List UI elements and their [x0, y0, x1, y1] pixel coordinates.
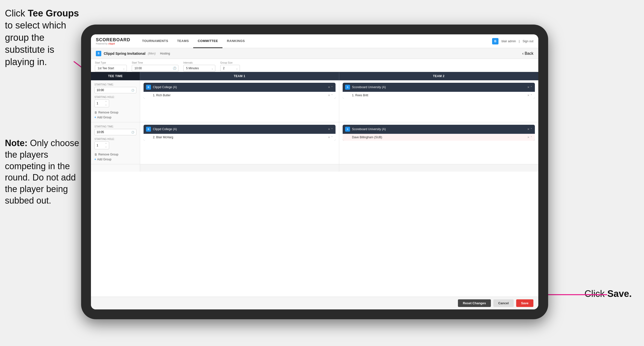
team1-name-2: Clippd College (A) [153, 127, 326, 131]
col-tee-time: Tee Time [91, 72, 140, 80]
table-container: Tee Time Team 1 Team 2 STARTING TIME: 10… [91, 72, 538, 297]
start-time-label: Start Time [132, 61, 178, 64]
partial-cell-3 [339, 164, 538, 172]
note-body: Only choose the players competing in the… [5, 138, 79, 206]
team1-controls-2: ✕ ⌃ [328, 128, 333, 131]
note-label: Note: [5, 138, 28, 148]
tablet-device: SCOREBOARD Powered by clippd TOURNAMENTS… [81, 24, 548, 319]
logo-scoreboard: SCOREBOARD [96, 37, 130, 42]
team2-player-row-1: 1. Rees Britt ✕ ⌃ [343, 92, 535, 99]
team2-avatar-1: S [345, 85, 350, 90]
save-bold: Save. [608, 289, 632, 299]
remove-group-btn-1[interactable]: 🗑 Remove Group [94, 111, 136, 114]
team2-group-2[interactable]: S Scoreboard University (A) ✕ ⌃ Dave Bil… [343, 125, 535, 141]
group-actions-1: 🗑 Remove Group + Add Group [94, 111, 136, 119]
click-save-label: Click Save. [584, 289, 632, 299]
settings-bar: Start Type 1st Tee Start Start Time 🕐 In… [91, 59, 538, 72]
note-text: Note: Only choose the players competing … [5, 137, 81, 207]
add-group-btn-1[interactable]: + Add Group [94, 116, 136, 119]
nav-committee[interactable]: COMMITTEE [193, 34, 222, 48]
col-team2: Team 2 [339, 72, 538, 80]
team2-player-name-2: Dave Billingham (SUB) [345, 136, 527, 139]
start-time-input[interactable] [132, 65, 178, 72]
nav-separator: | [519, 39, 520, 43]
start-type-select[interactable]: 1st Tee Start [95, 65, 127, 72]
team2-player-controls-2: ✕ ⌃ [527, 136, 532, 139]
tee-groups-bold: Tee Groups [28, 8, 79, 18]
team1-cell-1: B Clippd College (A) ✕ ⌃ 1. Rich Butler … [140, 80, 339, 122]
table-row-2: STARTING TIME: 10:05 🕐 STARTING HOLE: 1 … [91, 122, 538, 164]
team2-cell-2: S Scoreboard University (A) ✕ ⌃ Dave Bil… [339, 122, 538, 164]
table-row-3-partial [91, 164, 538, 172]
team1-cell-2: B Clippd College (A) ✕ ⌃ 2. Blair McHarg… [140, 122, 339, 164]
tee-time-cell-1: STARTING TIME: 10:00 🕐 STARTING HOLE: 1 … [91, 80, 140, 122]
subheader-left: B Clippd Spring Invitational (Men) Hosti… [96, 51, 170, 56]
team1-player-row-2: 2. Blair McHarg ✕ ⌃ [144, 134, 336, 141]
trash-icon-2: 🗑 [94, 153, 97, 156]
team2-player-row-2-sub: Dave Billingham (SUB) ✕ ⌃ [343, 134, 535, 141]
table-row: STARTING TIME: 10:00 🕐 STARTING HOLE: 1 … [91, 80, 538, 122]
clippd-brand: clippd [108, 42, 115, 45]
nav-teams[interactable]: TEAMS [172, 34, 193, 48]
starting-hole-value-2: 1 [96, 144, 105, 147]
team1-player-name-2: 2. Blair McHarg [146, 136, 328, 139]
team1-avatar-1: B [146, 85, 151, 90]
team2-group-header-2: S Scoreboard University (A) ✕ ⌃ [343, 125, 535, 134]
starting-time-input-2[interactable]: 10:05 🕐 [94, 129, 136, 135]
sign-out-link[interactable]: Sign out [522, 39, 534, 43]
user-avatar: B [492, 38, 498, 44]
remove-group-label-2: Remove Group [98, 153, 118, 156]
top-navigation: SCOREBOARD Powered by clippd TOURNAMENTS… [91, 34, 538, 48]
hosting-badge: Hosting [160, 52, 170, 55]
reset-changes-button[interactable]: Reset Changes [458, 299, 491, 307]
stepper-icon-2: ⌃⌄ [105, 143, 107, 148]
team1-group-2[interactable]: B Clippd College (A) ✕ ⌃ 2. Blair McHarg… [144, 125, 336, 141]
cancel-button[interactable]: Cancel [493, 299, 514, 307]
tournament-gender: (Men) [148, 52, 156, 55]
starting-time-value-1: 10:00 [96, 88, 131, 92]
team2-name-2: Scoreboard University (A) [352, 127, 525, 131]
team1-group-1[interactable]: B Clippd College (A) ✕ ⌃ 1. Rich Butler … [144, 83, 336, 99]
group-size-field: Group Size 2 [220, 61, 240, 72]
back-text: ‹ Back [522, 51, 534, 55]
add-group-btn-2[interactable]: + Add Group [94, 158, 136, 161]
team2-group-1[interactable]: S Scoreboard University (A) ✕ ⌃ 1. Rees … [343, 83, 535, 99]
clock-icon-2: 🕐 [131, 131, 134, 134]
starting-hole-input-1[interactable]: 1 ⌃⌄ [94, 99, 109, 107]
clock-icon-1: 🕐 [131, 89, 134, 92]
remove-group-btn-2[interactable]: 🗑 Remove Group [94, 153, 136, 156]
team2-controls-1: ✕ ⌃ [527, 86, 532, 89]
nav-rankings[interactable]: RANKINGS [222, 34, 249, 48]
starting-time-value-2: 10:05 [96, 130, 131, 134]
plus-icon-1: + [94, 116, 96, 119]
click-prefix: Click [5, 8, 25, 18]
team1-player-controls-2: ✕ ⌃ [328, 136, 333, 139]
team1-avatar-2: B [146, 127, 151, 132]
table-body: STARTING TIME: 10:00 🕐 STARTING HOLE: 1 … [91, 80, 538, 297]
nav-right: B blair admin | Sign out [492, 38, 534, 44]
nav-tournaments[interactable]: TOURNAMENTS [138, 34, 172, 48]
group-size-select[interactable]: 2 [220, 65, 240, 72]
content-area: Tee Time Team 1 Team 2 STARTING TIME: 10… [91, 72, 538, 297]
starting-hole-label-1: STARTING HOLE: [94, 96, 136, 98]
logo-area: SCOREBOARD Powered by clippd [96, 37, 130, 45]
partial-cell [91, 164, 140, 172]
team1-name-1: Clippd College (A) [153, 85, 326, 89]
group-size-label: Group Size [220, 61, 240, 64]
save-button[interactable]: Save [516, 299, 534, 307]
bottom-bar: Reset Changes Cancel Save [91, 297, 538, 310]
add-group-label-1: Add Group [97, 116, 111, 119]
starting-time-label-2: STARTING TIME: [94, 125, 136, 128]
tee-time-cell-2: STARTING TIME: 10:05 🕐 STARTING HOLE: 1 … [91, 122, 140, 164]
starting-hole-input-2[interactable]: 1 ⌃⌄ [94, 141, 109, 149]
tournament-name: Clippd Spring Invitational [104, 51, 146, 55]
group-actions-2: 🗑 Remove Group + Add Group [94, 153, 136, 161]
partial-cell-2 [140, 164, 339, 172]
team1-player-row-1: 1. Rich Butler ✕ ⌃ [144, 92, 336, 99]
starting-time-label-1: STARTING TIME: [94, 83, 136, 86]
starting-time-input-1[interactable]: 10:00 🕐 [94, 87, 136, 93]
team2-avatar-2: S [345, 127, 350, 132]
team1-group-header-2: B Clippd College (A) ✕ ⌃ [144, 125, 336, 134]
intervals-select[interactable]: 5 Minutes [183, 65, 215, 72]
back-link[interactable]: ‹ Back [522, 51, 534, 56]
